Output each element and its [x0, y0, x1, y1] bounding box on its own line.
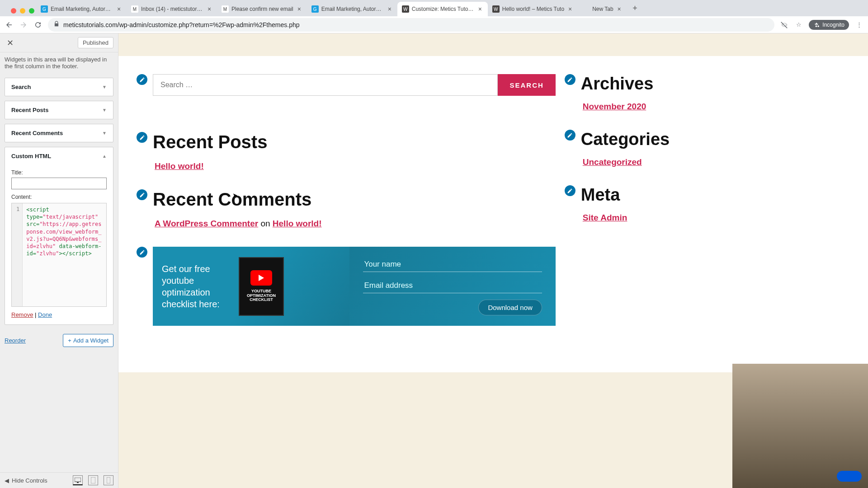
- window-controls: [5, 5, 40, 17]
- optin-email-input[interactable]: [363, 278, 542, 293]
- optin-right: Download now: [349, 247, 555, 326]
- meta-widget: Meta Site Admin: [583, 185, 850, 223]
- tab-title: Hello world! – Metics Tuto: [502, 6, 564, 12]
- reorder-link[interactable]: Reorder: [5, 337, 26, 344]
- recent-posts-widget: Recent Posts Hello world!: [155, 132, 556, 171]
- tab-close-icon[interactable]: ×: [206, 6, 212, 12]
- device-preview-icons: [73, 475, 113, 485]
- close-customizer-button[interactable]: ✕: [5, 38, 15, 48]
- window-maximize-icon[interactable]: [29, 8, 34, 14]
- tab-close-icon[interactable]: ×: [296, 6, 302, 12]
- footer-search-button[interactable]: SEARCH: [498, 74, 555, 96]
- thumbnail-caption: YOUTUBE OPTIMIZATION CHECKLIST: [240, 289, 283, 303]
- star-icon[interactable]: ☆: [794, 20, 803, 29]
- mobile-preview-icon[interactable]: [104, 475, 113, 485]
- favicon-icon: W: [492, 5, 500, 13]
- hide-controls-button[interactable]: ◀ Hide Controls: [5, 477, 47, 484]
- tab-close-icon[interactable]: ×: [616, 6, 623, 12]
- browser-tab[interactable]: WHello world! – Metics Tuto×: [488, 2, 578, 16]
- tab-title: New Tab: [592, 6, 613, 12]
- window-minimize-icon[interactable]: [20, 8, 25, 14]
- play-icon: [250, 270, 272, 286]
- chevron-down-icon: ▼: [102, 131, 107, 136]
- recent-post-link[interactable]: Hello world!: [155, 161, 204, 171]
- optin-submit-button[interactable]: Download now: [478, 300, 542, 315]
- add-widget-label: Add a Widget: [73, 337, 108, 344]
- footer-search-input[interactable]: [153, 74, 498, 96]
- browser-tabs: GEmail Marketing, Autoresp× MInbox (14) …: [0, 0, 868, 16]
- browser-tab[interactable]: GEmail Marketing, Autoresp×: [36, 2, 127, 16]
- browser-tab-active[interactable]: WCustomize: Metics Tutorial×: [397, 2, 488, 16]
- desktop-preview-icon[interactable]: [73, 475, 83, 485]
- edit-shortcut-icon[interactable]: [137, 247, 147, 258]
- widget-title: Recent Posts: [11, 107, 48, 113]
- preview-content: SEARCH Recent Posts Hello world! Recent …: [118, 56, 868, 372]
- widget-search[interactable]: Search▼: [5, 78, 113, 96]
- forward-button[interactable]: [19, 20, 28, 29]
- footer-column-1: SEARCH Recent Posts Hello world! Recent …: [155, 74, 556, 354]
- remove-widget-link[interactable]: Remove: [11, 311, 33, 318]
- edit-shortcut-icon[interactable]: [137, 189, 147, 200]
- chevron-down-icon: ▼: [102, 108, 107, 113]
- edit-shortcut-icon[interactable]: [137, 74, 147, 85]
- menu-icon[interactable]: ⋮: [854, 20, 863, 29]
- incognito-chip[interactable]: Incognito: [809, 20, 849, 30]
- widget-actions: Remove | Done: [11, 311, 107, 318]
- tab-close-icon[interactable]: ×: [116, 6, 122, 12]
- optin-headline: Get our free youtube optimization checkl…: [162, 263, 230, 310]
- tab-close-icon[interactable]: ×: [477, 6, 483, 12]
- footer-column-2: Archives November 2020 Categories Uncate…: [583, 74, 850, 354]
- custom-html-title-input[interactable]: [11, 178, 107, 189]
- browser-tab[interactable]: MPlease confirm new email×: [217, 2, 307, 16]
- favicon-icon: G: [311, 5, 319, 13]
- plus-icon: +: [68, 337, 71, 344]
- tablet-preview-icon[interactable]: [88, 475, 98, 485]
- widget-custom-html: Custom HTML▲ Title: Content: 1 <script t…: [5, 147, 113, 325]
- widget-recent-comments[interactable]: Recent Comments▼: [5, 124, 113, 142]
- back-button[interactable]: [5, 20, 14, 29]
- edit-shortcut-icon[interactable]: [565, 74, 576, 85]
- tab-title: Email Marketing, Autoresp: [321, 6, 384, 12]
- archive-link[interactable]: November 2020: [583, 102, 850, 112]
- hide-controls-label: Hide Controls: [12, 477, 47, 484]
- comment-author-link[interactable]: A WordPress Commenter: [155, 219, 258, 228]
- search-widget: SEARCH: [155, 74, 556, 114]
- widget-custom-html-header[interactable]: Custom HTML▲: [5, 147, 113, 165]
- browser-tab[interactable]: New Tab×: [578, 2, 627, 16]
- eye-off-icon[interactable]: [780, 20, 789, 29]
- favicon-icon: M: [131, 5, 138, 13]
- url-field[interactable]: meticstutorials.com/wp-admin/customize.p…: [48, 18, 774, 32]
- edit-shortcut-icon[interactable]: [137, 132, 147, 143]
- tab-title: Customize: Metics Tutorial: [412, 6, 474, 12]
- custom-html-code-editor[interactable]: 1 <script type="text/javascript" src="ht…: [11, 203, 107, 307]
- tab-title: Please confirm new email: [231, 6, 293, 12]
- browser-tab[interactable]: GEmail Marketing, Autoresp×: [307, 2, 397, 16]
- tab-close-icon[interactable]: ×: [387, 6, 393, 12]
- optin-name-input[interactable]: [363, 257, 542, 272]
- edit-shortcut-icon[interactable]: [565, 130, 576, 141]
- code-content[interactable]: <script type="text/javascript" src="http…: [23, 203, 106, 306]
- widget-area-description: Widgets in this area will be displayed i…: [0, 52, 118, 73]
- window-close-icon[interactable]: [11, 8, 16, 14]
- publish-status-button[interactable]: Published: [78, 37, 113, 48]
- reload-button[interactable]: [33, 20, 42, 29]
- custom-html-widget-preview: Get our free youtube optimization checkl…: [155, 247, 556, 326]
- meta-link[interactable]: Site Admin: [583, 213, 850, 223]
- edit-shortcut-icon[interactable]: [565, 185, 576, 196]
- tab-title: Email Marketing, Autoresp: [51, 6, 113, 12]
- new-tab-button[interactable]: +: [629, 2, 642, 14]
- comment-post-link[interactable]: Hello world!: [273, 219, 322, 228]
- recent-comments-widget: Recent Comments A WordPress Commenter on…: [155, 189, 556, 229]
- browser-tab[interactable]: MInbox (14) - meticstutorials×: [127, 2, 217, 16]
- tab-close-icon[interactable]: ×: [567, 6, 573, 12]
- webcam-overlay: [732, 364, 868, 488]
- favicon-icon: [582, 5, 590, 13]
- favicon-icon: M: [222, 5, 229, 13]
- tab-title: Inbox (14) - meticstutorials: [141, 6, 203, 12]
- done-widget-link[interactable]: Done: [38, 311, 52, 318]
- widget-recent-posts[interactable]: Recent Posts▼: [5, 101, 113, 119]
- category-link[interactable]: Uncategorized: [583, 157, 850, 167]
- add-widget-button[interactable]: +Add a Widget: [63, 334, 113, 347]
- chevron-down-icon: ▼: [102, 84, 107, 89]
- preview-pane[interactable]: SEARCH Recent Posts Hello world! Recent …: [118, 33, 868, 488]
